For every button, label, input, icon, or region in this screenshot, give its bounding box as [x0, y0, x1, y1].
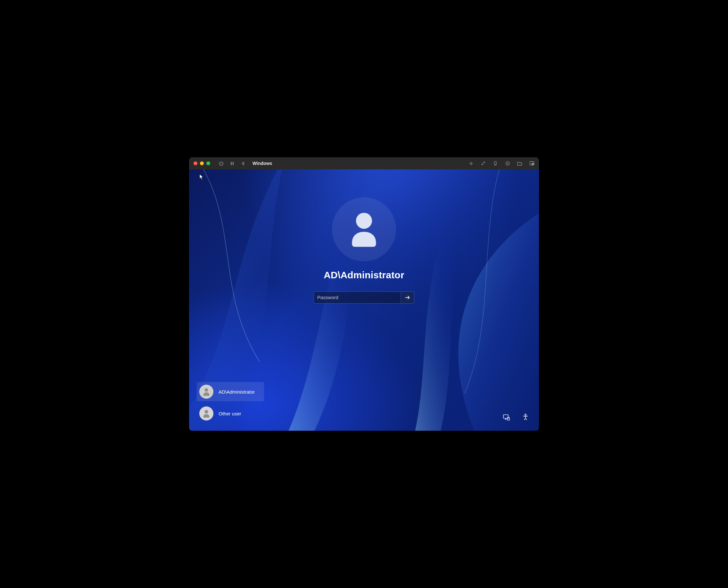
password-input[interactable] — [314, 292, 401, 303]
traffic-lights — [194, 162, 210, 165]
user-item-label: Other user — [219, 411, 241, 416]
login-options — [502, 413, 530, 422]
accessibility-button[interactable] — [521, 413, 530, 422]
password-row — [314, 291, 414, 303]
svg-rect-12 — [508, 417, 509, 420]
back-icon[interactable] — [240, 161, 245, 166]
user-avatar — [332, 197, 396, 261]
sparkle-icon[interactable] — [468, 161, 473, 166]
disc-icon[interactable] — [505, 161, 510, 166]
window-fullscreen-button[interactable] — [206, 162, 210, 165]
user-item-administrator[interactable]: AD\Administrator — [197, 382, 264, 401]
svg-rect-1 — [232, 162, 233, 165]
svg-rect-0 — [231, 162, 231, 165]
cursor-icon — [199, 174, 204, 180]
network-icon — [502, 414, 510, 421]
login-username: AD\Administrator — [324, 270, 404, 280]
device-icon[interactable] — [493, 161, 498, 166]
user-icon — [203, 387, 210, 396]
svg-point-8 — [356, 213, 372, 229]
arrow-right-icon — [405, 295, 410, 300]
user-icon — [203, 409, 210, 418]
vm-window: Windows — [189, 157, 539, 431]
svg-point-3 — [495, 164, 496, 165]
svg-point-10 — [205, 410, 208, 414]
window-close-button[interactable] — [194, 162, 197, 165]
folder-icon[interactable] — [517, 161, 522, 166]
windows-login-screen: AD\Administrator AD\Adminis — [189, 169, 539, 431]
titlebar-title: Windows — [252, 161, 272, 166]
svg-point-9 — [205, 388, 208, 392]
titlebar-right-icons — [468, 161, 534, 166]
user-item-other[interactable]: Other user — [197, 404, 264, 423]
svg-point-4 — [506, 162, 509, 165]
user-item-label: AD\Administrator — [219, 389, 255, 395]
login-center: AD\Administrator — [314, 197, 414, 303]
window-minimize-button[interactable] — [200, 162, 204, 165]
user-icon — [348, 212, 380, 247]
expand-icon[interactable] — [481, 161, 486, 166]
network-button[interactable] — [502, 413, 511, 422]
user-list: AD\Administrator Other user — [197, 382, 264, 423]
user-avatar-small — [199, 406, 214, 420]
titlebar: Windows — [189, 157, 539, 169]
vm-controls — [219, 161, 245, 166]
accessibility-icon — [522, 414, 529, 421]
pip-icon[interactable] — [529, 161, 534, 166]
user-avatar-small — [199, 385, 214, 399]
power-icon[interactable] — [219, 161, 224, 166]
svg-rect-7 — [532, 163, 534, 165]
svg-point-5 — [507, 163, 508, 164]
svg-point-13 — [525, 414, 526, 415]
pause-icon[interactable] — [229, 161, 235, 166]
submit-button[interactable] — [401, 292, 414, 303]
